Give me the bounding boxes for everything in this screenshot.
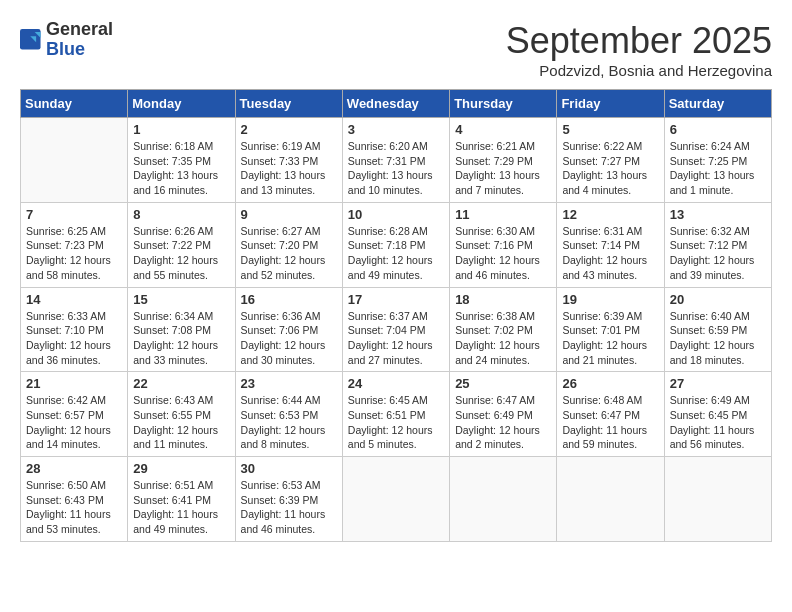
logo-blue: Blue	[46, 39, 85, 59]
day-info: Sunrise: 6:26 AMSunset: 7:22 PMDaylight:…	[133, 224, 229, 283]
logo-text: General Blue	[46, 20, 113, 60]
calendar-day-cell: 23Sunrise: 6:44 AMSunset: 6:53 PMDayligh…	[235, 372, 342, 457]
day-info: Sunrise: 6:45 AMSunset: 6:51 PMDaylight:…	[348, 393, 444, 452]
header: General Blue September 2025 Podzvizd, Bo…	[20, 20, 772, 79]
calendar-day-cell: 10Sunrise: 6:28 AMSunset: 7:18 PMDayligh…	[342, 202, 449, 287]
calendar-day-cell: 2Sunrise: 6:19 AMSunset: 7:33 PMDaylight…	[235, 118, 342, 203]
day-number: 18	[455, 292, 551, 307]
day-info: Sunrise: 6:40 AMSunset: 6:59 PMDaylight:…	[670, 309, 766, 368]
logo-general: General	[46, 19, 113, 39]
day-info: Sunrise: 6:37 AMSunset: 7:04 PMDaylight:…	[348, 309, 444, 368]
day-number: 30	[241, 461, 337, 476]
calendar-header-cell: Monday	[128, 90, 235, 118]
location-title: Podzvizd, Bosnia and Herzegovina	[506, 62, 772, 79]
day-number: 22	[133, 376, 229, 391]
day-number: 11	[455, 207, 551, 222]
calendar-day-cell: 4Sunrise: 6:21 AMSunset: 7:29 PMDaylight…	[450, 118, 557, 203]
calendar-day-cell: 29Sunrise: 6:51 AMSunset: 6:41 PMDayligh…	[128, 457, 235, 542]
calendar-day-cell: 24Sunrise: 6:45 AMSunset: 6:51 PMDayligh…	[342, 372, 449, 457]
day-number: 3	[348, 122, 444, 137]
calendar-day-cell: 28Sunrise: 6:50 AMSunset: 6:43 PMDayligh…	[21, 457, 128, 542]
calendar-week-row: 7Sunrise: 6:25 AMSunset: 7:23 PMDaylight…	[21, 202, 772, 287]
day-info: Sunrise: 6:19 AMSunset: 7:33 PMDaylight:…	[241, 139, 337, 198]
calendar-day-cell: 5Sunrise: 6:22 AMSunset: 7:27 PMDaylight…	[557, 118, 664, 203]
calendar-day-cell	[664, 457, 771, 542]
day-info: Sunrise: 6:49 AMSunset: 6:45 PMDaylight:…	[670, 393, 766, 452]
day-number: 6	[670, 122, 766, 137]
calendar-day-cell: 15Sunrise: 6:34 AMSunset: 7:08 PMDayligh…	[128, 287, 235, 372]
calendar-day-cell: 3Sunrise: 6:20 AMSunset: 7:31 PMDaylight…	[342, 118, 449, 203]
calendar-header-row: SundayMondayTuesdayWednesdayThursdayFrid…	[21, 90, 772, 118]
day-number: 2	[241, 122, 337, 137]
calendar-week-row: 28Sunrise: 6:50 AMSunset: 6:43 PMDayligh…	[21, 457, 772, 542]
day-number: 4	[455, 122, 551, 137]
calendar-day-cell	[450, 457, 557, 542]
calendar-day-cell: 20Sunrise: 6:40 AMSunset: 6:59 PMDayligh…	[664, 287, 771, 372]
day-number: 14	[26, 292, 122, 307]
calendar-day-cell: 1Sunrise: 6:18 AMSunset: 7:35 PMDaylight…	[128, 118, 235, 203]
day-number: 1	[133, 122, 229, 137]
day-number: 16	[241, 292, 337, 307]
calendar-week-row: 21Sunrise: 6:42 AMSunset: 6:57 PMDayligh…	[21, 372, 772, 457]
day-number: 8	[133, 207, 229, 222]
day-number: 9	[241, 207, 337, 222]
day-number: 7	[26, 207, 122, 222]
day-info: Sunrise: 6:25 AMSunset: 7:23 PMDaylight:…	[26, 224, 122, 283]
day-number: 10	[348, 207, 444, 222]
calendar-day-cell: 26Sunrise: 6:48 AMSunset: 6:47 PMDayligh…	[557, 372, 664, 457]
calendar-day-cell: 7Sunrise: 6:25 AMSunset: 7:23 PMDaylight…	[21, 202, 128, 287]
day-number: 20	[670, 292, 766, 307]
day-number: 15	[133, 292, 229, 307]
day-info: Sunrise: 6:48 AMSunset: 6:47 PMDaylight:…	[562, 393, 658, 452]
calendar-day-cell: 25Sunrise: 6:47 AMSunset: 6:49 PMDayligh…	[450, 372, 557, 457]
calendar-day-cell: 17Sunrise: 6:37 AMSunset: 7:04 PMDayligh…	[342, 287, 449, 372]
day-number: 26	[562, 376, 658, 391]
calendar-table: SundayMondayTuesdayWednesdayThursdayFrid…	[20, 89, 772, 542]
day-info: Sunrise: 6:32 AMSunset: 7:12 PMDaylight:…	[670, 224, 766, 283]
calendar-day-cell: 12Sunrise: 6:31 AMSunset: 7:14 PMDayligh…	[557, 202, 664, 287]
day-info: Sunrise: 6:38 AMSunset: 7:02 PMDaylight:…	[455, 309, 551, 368]
day-number: 17	[348, 292, 444, 307]
day-number: 29	[133, 461, 229, 476]
day-number: 21	[26, 376, 122, 391]
calendar-day-cell: 9Sunrise: 6:27 AMSunset: 7:20 PMDaylight…	[235, 202, 342, 287]
month-title: September 2025	[506, 20, 772, 62]
calendar-body: 1Sunrise: 6:18 AMSunset: 7:35 PMDaylight…	[21, 118, 772, 542]
day-info: Sunrise: 6:42 AMSunset: 6:57 PMDaylight:…	[26, 393, 122, 452]
calendar-header-cell: Wednesday	[342, 90, 449, 118]
calendar-day-cell: 18Sunrise: 6:38 AMSunset: 7:02 PMDayligh…	[450, 287, 557, 372]
day-number: 24	[348, 376, 444, 391]
day-info: Sunrise: 6:39 AMSunset: 7:01 PMDaylight:…	[562, 309, 658, 368]
day-info: Sunrise: 6:50 AMSunset: 6:43 PMDaylight:…	[26, 478, 122, 537]
day-info: Sunrise: 6:30 AMSunset: 7:16 PMDaylight:…	[455, 224, 551, 283]
calendar-day-cell: 8Sunrise: 6:26 AMSunset: 7:22 PMDaylight…	[128, 202, 235, 287]
day-info: Sunrise: 6:24 AMSunset: 7:25 PMDaylight:…	[670, 139, 766, 198]
calendar-day-cell	[21, 118, 128, 203]
day-number: 12	[562, 207, 658, 222]
day-info: Sunrise: 6:33 AMSunset: 7:10 PMDaylight:…	[26, 309, 122, 368]
title-area: September 2025 Podzvizd, Bosnia and Herz…	[506, 20, 772, 79]
logo-icon	[20, 29, 42, 51]
day-number: 5	[562, 122, 658, 137]
day-number: 27	[670, 376, 766, 391]
day-number: 19	[562, 292, 658, 307]
day-info: Sunrise: 6:44 AMSunset: 6:53 PMDaylight:…	[241, 393, 337, 452]
calendar-day-cell: 14Sunrise: 6:33 AMSunset: 7:10 PMDayligh…	[21, 287, 128, 372]
calendar-day-cell: 19Sunrise: 6:39 AMSunset: 7:01 PMDayligh…	[557, 287, 664, 372]
day-info: Sunrise: 6:31 AMSunset: 7:14 PMDaylight:…	[562, 224, 658, 283]
day-info: Sunrise: 6:34 AMSunset: 7:08 PMDaylight:…	[133, 309, 229, 368]
calendar-header-cell: Friday	[557, 90, 664, 118]
calendar-day-cell: 16Sunrise: 6:36 AMSunset: 7:06 PMDayligh…	[235, 287, 342, 372]
calendar-header-cell: Thursday	[450, 90, 557, 118]
day-info: Sunrise: 6:51 AMSunset: 6:41 PMDaylight:…	[133, 478, 229, 537]
day-info: Sunrise: 6:21 AMSunset: 7:29 PMDaylight:…	[455, 139, 551, 198]
day-info: Sunrise: 6:28 AMSunset: 7:18 PMDaylight:…	[348, 224, 444, 283]
day-number: 28	[26, 461, 122, 476]
calendar-day-cell: 13Sunrise: 6:32 AMSunset: 7:12 PMDayligh…	[664, 202, 771, 287]
calendar-header-cell: Tuesday	[235, 90, 342, 118]
calendar-day-cell: 21Sunrise: 6:42 AMSunset: 6:57 PMDayligh…	[21, 372, 128, 457]
calendar-day-cell	[342, 457, 449, 542]
day-info: Sunrise: 6:18 AMSunset: 7:35 PMDaylight:…	[133, 139, 229, 198]
calendar-day-cell: 22Sunrise: 6:43 AMSunset: 6:55 PMDayligh…	[128, 372, 235, 457]
day-info: Sunrise: 6:43 AMSunset: 6:55 PMDaylight:…	[133, 393, 229, 452]
